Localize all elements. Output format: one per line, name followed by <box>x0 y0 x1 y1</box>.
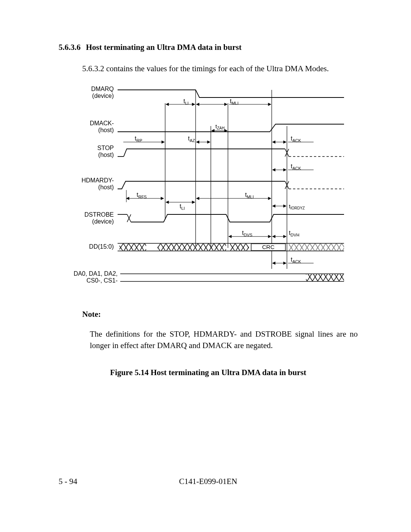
label-hdmardy-1: HDMARDY- <box>81 177 114 184</box>
svg-rect-29 <box>119 244 146 251</box>
t-rfs: tRFS <box>137 192 147 199</box>
label-stop-1: STOP <box>97 145 114 151</box>
doc-number: C141-E099-01EN <box>59 477 358 486</box>
section-number: 5.6.3.6 <box>59 43 81 52</box>
svg-rect-30 <box>158 244 226 251</box>
section-heading: 5.6.3.6 Host terminating an Ultra DMA da… <box>59 43 358 52</box>
page-footer: 5 - 94 C141-E099-01EN <box>59 477 358 486</box>
document-page: 5.6.3.6 Host terminating an Ultra DMA da… <box>0 0 411 532</box>
label-hdmardy-2: (host) <box>98 184 114 190</box>
section-title: Host terminating an Ultra DMA data in bu… <box>86 43 242 52</box>
label-dmack-2: (host) <box>98 127 114 133</box>
t-mli-2: tMLI <box>245 192 254 199</box>
note-label: Note: <box>82 310 358 319</box>
t-rp: tRP <box>135 135 142 143</box>
t-ack-3: tACK <box>291 256 301 264</box>
timing-diagram: DMARQ (device) tLI tMLI DMACK- (host) tZ… <box>70 84 344 297</box>
note-body: The definitions for the STOP, HDMARDY- a… <box>90 328 358 351</box>
label-da-2: CS0-, CS1- <box>86 277 118 284</box>
page-number: 5 - 94 <box>59 477 77 486</box>
crc-label: CRC <box>262 244 275 250</box>
t-dvs: tDVS <box>242 230 252 237</box>
t-ack-2: tACK <box>291 163 301 171</box>
t-az: tAZ <box>188 135 195 143</box>
label-dstrobe-1: DSTROBE <box>84 211 114 218</box>
label-dmack-1: DMACK- <box>90 120 114 126</box>
label-dmarq-2: (device) <box>92 93 114 99</box>
note-block: Note: The definitions for the STOP, HDMA… <box>82 310 358 351</box>
t-zah: tZAH <box>215 123 225 130</box>
label-dmarq-1: DMARQ <box>91 86 114 92</box>
t-iordyz: tIORDYZ <box>289 203 305 210</box>
t-ack-1: tACK <box>291 135 301 143</box>
svg-rect-38 <box>306 274 344 281</box>
label-dd: DD(15:0) <box>89 243 114 250</box>
figure-caption: Figure 5.14 Host terminating an Ultra DM… <box>59 368 358 377</box>
svg-rect-32 <box>289 244 344 251</box>
t-li-2: tLI <box>180 203 185 211</box>
svg-rect-31 <box>230 244 249 251</box>
intro-paragraph: 5.6.3.2 contains the values for the timi… <box>82 63 358 75</box>
label-da-1: DA0, DA1, DA2, <box>73 270 118 277</box>
label-dstrobe-2: (device) <box>92 218 114 225</box>
label-stop-2: (host) <box>98 152 114 158</box>
t-dvh: tDVH <box>289 230 299 237</box>
